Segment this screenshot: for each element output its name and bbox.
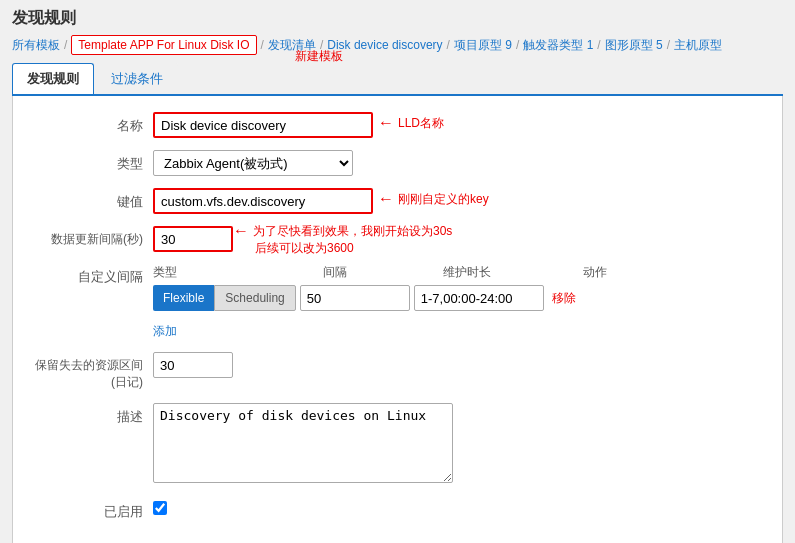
ci-header-interval: 间隔: [323, 264, 443, 281]
keep-lost-row: 保留失去的资源区间(日记): [33, 352, 762, 391]
annotation-interval: ← 为了尽快看到效果，我刚开始设为30s 后续可以改为3600: [233, 222, 452, 257]
enabled-label: 已启用: [33, 498, 153, 521]
key-label: 键值: [33, 188, 153, 211]
breadcrumb-disk-discovery[interactable]: Disk device discovery: [327, 38, 442, 52]
enabled-control: [153, 501, 762, 518]
type-row: 类型 Zabbix Agent(被动式): [33, 150, 762, 176]
type-label: 类型: [33, 150, 153, 173]
ci-header-maintenance: 维护时长: [443, 264, 583, 281]
annotation-lld: ← LLD名称: [378, 114, 444, 132]
name-control: [153, 112, 762, 138]
form-container: 名称 ← LLD名称 类型 Zabbix Agent(被动式) 键值: [12, 96, 783, 543]
type-select[interactable]: Zabbix Agent(被动式): [153, 150, 353, 176]
name-label: 名称: [33, 112, 153, 135]
ci-maintenance-input[interactable]: [414, 285, 544, 311]
custom-interval-control: 类型 间隔 维护时长 动作 Flexible Scheduling 移除 添加: [153, 264, 762, 340]
keep-lost-label: 保留失去的资源区间(日记): [33, 352, 153, 391]
breadcrumb-discovery-list[interactable]: 发现清单: [268, 37, 316, 54]
breadcrumb: 所有模板 / Template APP For Linux Disk IO / …: [12, 35, 783, 55]
enabled-checkbox[interactable]: [153, 501, 167, 515]
desc-control: Discovery of disk devices on Linux: [153, 403, 762, 486]
breadcrumb-template[interactable]: Template APP For Linux Disk IO: [71, 35, 256, 55]
ci-header-action: 动作: [583, 264, 643, 281]
custom-interval-row-1: Flexible Scheduling 移除: [153, 285, 762, 311]
annotation-key: ← 刚刚自定义的key: [378, 190, 489, 208]
flexible-button[interactable]: Flexible: [153, 285, 214, 311]
keep-lost-input[interactable]: [153, 352, 233, 378]
scheduling-button[interactable]: Scheduling: [214, 285, 295, 311]
custom-interval-row: 自定义间隔 类型 间隔 维护时长 动作 Flexible Scheduling …: [33, 264, 762, 340]
tab-filter-conditions[interactable]: 过滤条件: [96, 63, 178, 94]
desc-row: 描述 Discovery of disk devices on Linux: [33, 403, 762, 486]
tabs-bar: 发现规则 过滤条件: [12, 63, 783, 96]
key-row: 键值 ← 刚刚自定义的key: [33, 188, 762, 214]
keep-lost-control: [153, 352, 762, 378]
breadcrumb-host-proto[interactable]: 主机原型: [674, 37, 722, 54]
breadcrumb-graph-proto[interactable]: 图形原型 5: [605, 37, 663, 54]
name-input[interactable]: [153, 112, 373, 138]
update-interval-input[interactable]: [153, 226, 233, 252]
breadcrumb-trigger-type[interactable]: 触发器类型 1: [523, 37, 593, 54]
breadcrumb-item-proto[interactable]: 项目原型 9: [454, 37, 512, 54]
page-title: 发现规则: [12, 8, 783, 29]
name-row: 名称 ← LLD名称: [33, 112, 762, 138]
ci-header-type: 类型: [153, 264, 323, 281]
update-interval-row: 数据更新间隔(秒) ← 为了尽快看到效果，我刚开始设为30s 后续可以改为360…: [33, 226, 762, 252]
update-interval-label: 数据更新间隔(秒): [33, 226, 153, 248]
enabled-row: 已启用: [33, 498, 762, 521]
desc-label: 描述: [33, 403, 153, 426]
ci-interval-input[interactable]: [300, 285, 410, 311]
key-input[interactable]: [153, 188, 373, 214]
tab-discovery-rules[interactable]: 发现规则: [12, 63, 94, 94]
add-link[interactable]: 添加: [153, 323, 177, 340]
type-control: Zabbix Agent(被动式): [153, 150, 762, 176]
breadcrumb-all-templates[interactable]: 所有模板: [12, 37, 60, 54]
custom-interval-label: 自定义间隔: [33, 264, 153, 286]
desc-textarea[interactable]: Discovery of disk devices on Linux: [153, 403, 453, 483]
remove-link[interactable]: 移除: [552, 290, 576, 307]
